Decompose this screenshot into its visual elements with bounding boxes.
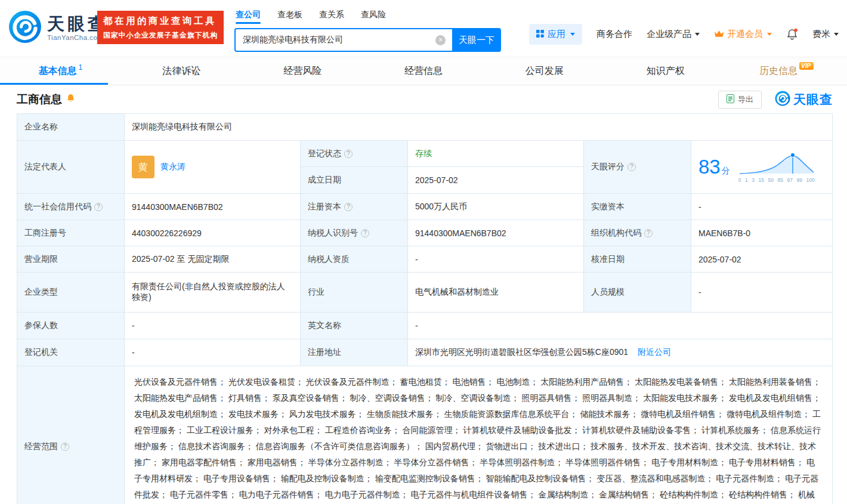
search-area: 查公司 查老板 查关系 查风险 × 天眼一下 (234, 10, 501, 52)
field-label-reg-address: 注册地址 (301, 339, 408, 366)
field-label-english-name: 英文名称 (301, 313, 408, 339)
business-scope-value: 光伏设备及元器件销售； 光伏发电设备租赁； 光伏设备及元器件制造； 蓄电池租赁；… (125, 366, 833, 504)
help-icon[interactable] (644, 229, 653, 237)
company-type-value: 有限责任公司(非自然人投资或控股的法人独资) (125, 273, 301, 313)
nearby-companies-link[interactable]: 附近公司 (638, 347, 671, 357)
tab-history-info[interactable]: 历史信息 VIP (726, 57, 847, 85)
label-text: 统一社会信用代码 (24, 202, 91, 211)
field-label-company-name: 企业名称 (17, 114, 125, 141)
open-vip-label: 开通会员 (727, 29, 763, 40)
search-tab-boss[interactable]: 查老板 (277, 10, 302, 24)
field-label-taxpayer-id: 纳税人识别号 (301, 220, 408, 246)
field-label-company-type: 企业类型 (17, 273, 125, 313)
label-text: 成立日期 (308, 175, 341, 184)
reg-capital-value: 5000万人民币 (408, 194, 584, 220)
insured-count-value: - (125, 313, 301, 339)
field-label-business-term: 营业期限 (17, 246, 125, 273)
legal-rep-avatar[interactable]: 黄 (132, 156, 154, 178)
industry-value: 电气机械和器材制造业 (408, 273, 584, 313)
taxpayer-id-value: 91440300MAEN6B7B02 (408, 220, 584, 246)
section-title: 工商信息 (17, 92, 75, 107)
search-tabs: 查公司 查老板 查关系 查风险 (236, 10, 501, 24)
field-label-insured-count: 参保人数 (17, 313, 125, 339)
tab-basic-info[interactable]: 基本信息 1 (0, 57, 121, 85)
search-tab-company[interactable]: 查公司 (236, 10, 261, 24)
label-text: 登记状态 (308, 149, 341, 158)
reg-address-value: 深圳市光明区光明街道碧眼社区华强创意公园5栋C座0901 (415, 347, 628, 357)
legal-rep-cell: 黄 黄永涛 (125, 141, 301, 194)
search-tab-relation[interactable]: 查关系 (319, 10, 344, 24)
export-button[interactable]: 导出 (718, 91, 762, 109)
open-vip-link[interactable]: 开通会员 (714, 29, 772, 40)
search-tab-risk[interactable]: 查风险 (361, 10, 386, 24)
watermark-brand-text: 天眼查 (793, 91, 833, 108)
apps-menu[interactable]: 应用 (529, 24, 582, 45)
tianyan-score-cell[interactable]: 83分 0131550859799100 (691, 141, 833, 194)
company-section-tabs: 基本信息 1 法律诉讼 经营风险 经营信息 公司发展 知识产权 历史信息 VIP (0, 57, 847, 85)
table-row: 工商注册号 440300226226929 纳税人识别号 91440300MAE… (17, 220, 833, 246)
header-nav: 应用 商务合作 企业级产品 开通会员 费米 (529, 24, 839, 45)
label-text: 实缴资本 (591, 202, 625, 211)
tab-basic-info-count: 1 (79, 63, 83, 72)
paid-capital-value: - (691, 194, 833, 220)
tab-operation-info[interactable]: 经营信息 (363, 57, 484, 85)
company-name-value: 深圳能亮绿电科技有限公司 (125, 114, 833, 141)
notifications-bell-icon[interactable] (786, 28, 798, 41)
tab-intellectual-property[interactable]: 知识产权 (605, 57, 726, 85)
score-distribution-chart: 0131550859799100 (738, 151, 815, 183)
subscribe-bell-icon[interactable] (66, 93, 75, 106)
score-axis-labels: 0131550859799100 (738, 178, 815, 183)
label-text: 天眼评分 (591, 162, 625, 171)
field-label-taxpayer-quality: 纳税人资质 (301, 246, 408, 273)
field-label-paid-capital: 实缴资本 (584, 194, 691, 220)
watermark-brand: 天眼查 (775, 91, 833, 109)
crown-icon (714, 29, 724, 39)
reg-address-cell: 深圳市光明区光明街道碧眼社区华强创意公园5栋C座0901 附近公司 (408, 339, 833, 366)
label-text: 登记机关 (24, 347, 58, 357)
nav-enterprise-products[interactable]: 企业级产品 (647, 29, 700, 40)
tab-company-development[interactable]: 公司发展 (484, 57, 605, 85)
help-icon[interactable] (627, 163, 636, 171)
help-icon[interactable] (61, 443, 69, 451)
staff-size-value: - (691, 273, 833, 313)
clear-search-icon[interactable]: × (435, 35, 446, 45)
label-text: 工商注册号 (24, 228, 66, 237)
field-label-reg-status: 登记状态 (301, 141, 408, 167)
search-button[interactable]: 天眼一下 (452, 28, 501, 52)
promo-slogan: 都在用的商业查询工具 国家中小企业发展子基金旗下机构 (97, 11, 224, 44)
vip-badge: VIP (799, 62, 814, 70)
tab-history-info-label: 历史信息 (759, 65, 797, 78)
chevron-down-icon (695, 33, 700, 36)
approval-date-value: 2025-07-02 (691, 246, 833, 273)
help-icon[interactable] (344, 150, 353, 158)
help-icon[interactable] (344, 203, 353, 211)
legal-rep-name-link[interactable]: 黄永涛 (160, 162, 186, 172)
table-row: 营业期限 2025-07-02 至 无固定期限 纳税人资质 - 核准日期 202… (17, 246, 833, 273)
tab-legal-litigation[interactable]: 法律诉讼 (121, 57, 242, 85)
label-text: 人员规模 (591, 287, 625, 296)
table-row: 统一社会信用代码 91440300MAEN6B7B02 注册资本 5000万人民… (17, 194, 833, 220)
label-text: 纳税人识别号 (308, 228, 358, 237)
field-label-reg-capital: 注册资本 (301, 194, 408, 220)
field-label-reg-authority: 登记机关 (17, 339, 125, 366)
establish-date-value: 2025-07-02 (408, 167, 584, 194)
table-row: 登记机关 - 注册地址 深圳市光明区光明街道碧眼社区华强创意公园5栋C座0901… (17, 339, 833, 366)
help-icon[interactable] (94, 203, 103, 211)
tab-operation-risk[interactable]: 经营风险 (242, 57, 363, 85)
tianyancha-swirl-icon (8, 10, 42, 46)
section-actions: 导出 天眼查 (718, 91, 833, 109)
tianyancha-swirl-icon-small (775, 91, 790, 109)
help-icon[interactable] (361, 229, 369, 237)
table-row: 参保人数 - 英文名称 - (17, 313, 833, 339)
tianyancha-logo[interactable]: 天眼查 TianYanCha.com (8, 10, 108, 46)
reg-authority-value: - (125, 339, 301, 366)
field-label-credit-code: 统一社会信用代码 (17, 194, 125, 220)
business-registration-table: 企业名称 深圳能亮绿电科技有限公司 法定代表人 黄 黄永涛 登记状态 存续 天眼… (17, 113, 833, 504)
search-input[interactable] (234, 28, 452, 52)
top-header: 天眼查 TianYanCha.com 都在用的商业查询工具 国家中小企业发展子基… (0, 0, 847, 57)
field-label-business-scope: 经营范围 (17, 366, 125, 504)
tab-basic-info-label: 基本信息 (39, 65, 77, 78)
user-menu[interactable]: 费米 (812, 29, 839, 40)
nav-cooperation[interactable]: 商务合作 (596, 29, 632, 40)
field-label-industry: 行业 (301, 273, 408, 313)
